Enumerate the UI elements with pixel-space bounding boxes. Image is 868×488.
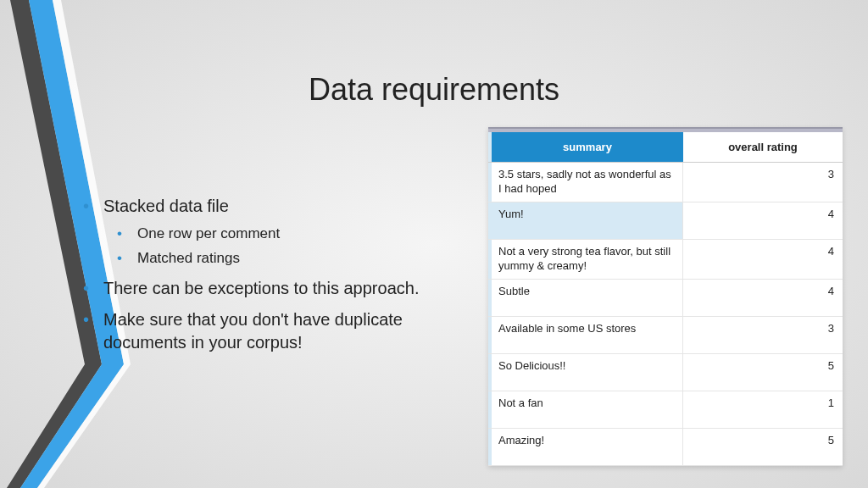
column-header-summary: summary [488, 132, 683, 162]
cell-rating: 4 [683, 280, 843, 316]
table-row: Available in some US stores3 [488, 317, 843, 354]
bullet-item: There can be exceptions to this approach… [83, 277, 473, 300]
bullet-text: Make sure that you don't have duplicate … [103, 310, 403, 352]
cell-summary: Available in some US stores [488, 317, 683, 353]
bullet-text: Stacked data file [103, 197, 229, 215]
cell-summary: Subtle [488, 280, 683, 316]
cell-rating: 3 [683, 163, 843, 202]
table-header-row: summary overall rating [488, 132, 843, 163]
cell-summary: 3.5 stars, sadly not as wonderful as I h… [488, 163, 683, 202]
cell-summary: Not a very strong tea flavor, but still … [488, 240, 683, 279]
bullet-item: Stacked data file One row per comment Ma… [83, 195, 473, 269]
cell-summary: So Delicious!! [488, 354, 683, 391]
cell-summary: Not a fan [488, 391, 683, 428]
bullet-item: Make sure that you don't have duplicate … [83, 308, 473, 354]
cell-rating: 4 [683, 240, 843, 279]
bullet-text: Matched ratings [137, 250, 240, 266]
table-row: 3.5 stars, sadly not as wonderful as I h… [488, 163, 843, 202]
cell-rating: 3 [683, 317, 843, 353]
bullet-text: There can be exceptions to this approach… [103, 279, 419, 297]
bullet-content: Stacked data file One row per comment Ma… [83, 195, 473, 363]
data-table: summary overall rating 3.5 stars, sadly … [488, 127, 843, 466]
sub-bullet-item: Matched ratings [117, 249, 473, 269]
cell-rating: 5 [683, 429, 843, 465]
cell-rating: 4 [683, 202, 843, 239]
bullet-text: One row per comment [137, 225, 280, 241]
table-row: So Delicious!!5 [488, 354, 843, 391]
cell-rating: 5 [683, 354, 843, 391]
table-row: Amazing!5 [488, 429, 843, 466]
sub-bullet-item: One row per comment [117, 225, 473, 244]
cell-summary: Amazing! [488, 429, 683, 465]
cell-rating: 1 [683, 391, 843, 428]
table-row: Not a very strong tea flavor, but still … [488, 240, 843, 280]
column-header-rating: overall rating [683, 132, 843, 162]
slide-title: Data requirements [0, 72, 868, 108]
cell-summary: Yum! [488, 202, 683, 239]
table-row: Subtle4 [488, 280, 843, 317]
table-body: 3.5 stars, sadly not as wonderful as I h… [488, 163, 843, 466]
table-row: Not a fan1 [488, 391, 843, 429]
table-row: Yum!4 [488, 202, 843, 240]
